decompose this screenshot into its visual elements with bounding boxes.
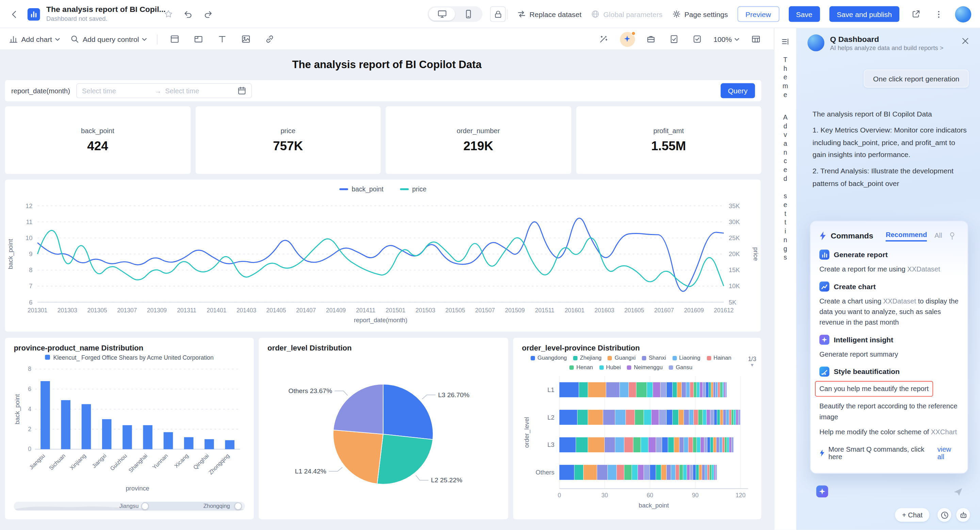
pagination-down-icon[interactable]: ▼	[750, 363, 754, 367]
undo-icon[interactable]	[181, 7, 195, 21]
add-query-control-button[interactable]: Add query control	[70, 34, 147, 44]
svg-text:201507: 201507	[475, 307, 495, 314]
history-button[interactable]	[937, 508, 951, 522]
svg-text:2: 2	[28, 426, 31, 433]
command-item[interactable]: Generate report summary	[819, 349, 959, 360]
highlighted-command[interactable]: Can you help me beautify the report	[815, 381, 933, 397]
legend-item[interactable]: Henan	[570, 364, 593, 371]
tab-all[interactable]: All	[934, 231, 942, 241]
command-item[interactable]: Create a chart using XXDataset to displa…	[819, 296, 959, 328]
chat-input[interactable]	[833, 485, 944, 498]
format-brush-button[interactable]	[597, 32, 610, 46]
pie-chart-card[interactable]: order_level Distribution L3 26.70%L2 25.…	[259, 338, 508, 519]
smart-q-button[interactable]	[816, 485, 828, 497]
legend-item-price[interactable]: price	[400, 185, 427, 193]
end-time-input[interactable]	[165, 87, 234, 94]
report-summary: The analysis report of BI Copilot Data 1…	[813, 108, 968, 190]
insert-container-button[interactable]	[168, 32, 181, 46]
query-button[interactable]: Query	[721, 83, 755, 98]
legend-item[interactable]: Hainan	[707, 354, 732, 362]
desktop-view-button[interactable]	[429, 8, 455, 21]
bar-chart[interactable]: 02468JiangsuSichuanXinjiangJiangxiGuizho…	[14, 362, 245, 498]
kpi-card-back-point[interactable]: back_point 424	[5, 106, 191, 174]
tab-recommend[interactable]: Recommend	[886, 231, 927, 241]
legend-item[interactable]: Neimenggu	[627, 364, 663, 371]
legend-item[interactable]: Liaoning	[672, 354, 700, 362]
component-library-button[interactable]	[644, 32, 658, 46]
legend-item[interactable]: Guangdong	[530, 354, 567, 362]
bar-chart-legend[interactable]: Kleencut_ Forged Office Shears by Acme U…	[14, 353, 245, 362]
kpi-value: 424	[87, 139, 108, 153]
document-check-icon	[669, 34, 679, 44]
assistant-button[interactable]	[956, 508, 970, 522]
insert-image-button[interactable]	[239, 32, 253, 46]
lock-button[interactable]	[490, 6, 506, 22]
tab-advanced-settings[interactable]: Advanced settings	[782, 113, 789, 262]
mobile-view-button[interactable]	[455, 8, 481, 21]
trend-chart-card[interactable]: back_point price 1235K1130K1025K920K815K…	[5, 179, 761, 331]
copilot-button[interactable]	[620, 32, 635, 47]
svg-text:201405: 201405	[266, 307, 286, 314]
one-click-report-button[interactable]: One click report generation	[864, 69, 969, 88]
command-item[interactable]: Create a report for me using XXDataset	[819, 264, 959, 275]
tab-theme[interactable]: Theme	[782, 56, 789, 99]
kpi-card-price[interactable]: price 757K	[195, 106, 381, 174]
add-chart-button[interactable]: Add chart	[9, 34, 60, 44]
datazoom-slider[interactable]: Jiangsu Zhongqing	[14, 502, 245, 511]
close-copilot-button[interactable]	[959, 34, 972, 47]
legend-item[interactable]: Gansu	[669, 364, 692, 371]
zoom-control[interactable]: 100%	[714, 35, 740, 43]
command-item[interactable]: Help me modify the color scheme of XXCha…	[819, 427, 959, 437]
chat-button[interactable]: + Chat	[895, 508, 930, 522]
report-inspect-button[interactable]	[667, 32, 681, 46]
back-button[interactable]	[8, 7, 21, 21]
legend-item[interactable]: Zhejiang	[573, 354, 601, 362]
collapse-panel-button[interactable]	[778, 34, 792, 48]
grid-layout-button[interactable]	[749, 32, 762, 46]
global-parameters-button[interactable]: Global parameters	[591, 10, 662, 19]
insert-tab-button[interactable]	[192, 32, 205, 46]
stacked-bar-chart[interactable]: 0306090120L1L2L3Othersback_pointorder_le…	[522, 372, 753, 512]
view-all-link[interactable]: view all	[937, 446, 959, 461]
external-link-icon	[911, 10, 920, 19]
page-settings-button[interactable]: Page settings	[672, 10, 728, 19]
legend-swatch	[707, 356, 711, 360]
redo-icon[interactable]	[201, 7, 215, 21]
share-button[interactable]	[909, 7, 923, 21]
line-chart[interactable]: 1235K1130K1025K920K815K710K65K2013012013…	[5, 197, 761, 331]
stacked-bar-chart-card[interactable]: order_level-province Distribution Guangd…	[513, 338, 761, 519]
svg-text:report_date(month): report_date(month)	[354, 316, 407, 324]
avatar[interactable]	[955, 6, 972, 22]
legend-item[interactable]: Guangxi	[608, 354, 636, 362]
copilot-subtitle[interactable]: AI helps analyze data and build reports …	[830, 45, 943, 51]
legend-item-back-point[interactable]: back_point	[339, 185, 383, 193]
more-menu-button[interactable]	[932, 7, 946, 21]
favorite-star-icon[interactable]	[161, 7, 175, 21]
validate-button[interactable]	[690, 32, 704, 46]
save-button[interactable]: Save	[788, 6, 820, 22]
insert-link-button[interactable]	[263, 32, 276, 46]
topbar: The analysis report of BI Copil... Dashb…	[0, 0, 980, 28]
monitor-icon	[437, 10, 447, 19]
svg-text:15K: 15K	[729, 267, 740, 273]
preview-button[interactable]: Preview	[737, 6, 779, 22]
kpi-card-order-number[interactable]: order_number 219K	[385, 106, 571, 174]
datazoom-start-handle[interactable]	[141, 503, 148, 510]
pin-button[interactable]	[946, 229, 959, 243]
send-button[interactable]	[951, 485, 965, 498]
kpi-card-profit-amt[interactable]: profit_amt 1.55M	[576, 106, 762, 174]
calendar-icon[interactable]	[237, 86, 247, 95]
command-item-highlighted[interactable]: Can you help me beautify the report	[819, 381, 959, 397]
save-and-publish-button[interactable]: Save and publish	[829, 6, 899, 22]
svg-text:10K: 10K	[729, 283, 740, 289]
insert-text-button[interactable]	[215, 32, 229, 46]
start-time-input[interactable]	[82, 87, 151, 94]
pie-chart[interactable]: L3 26.70%L2 25.22%L1 24.42%Others 23.67%	[267, 353, 499, 511]
svg-text:30: 30	[601, 492, 608, 499]
command-item[interactable]: Beautify the report according to the ref…	[819, 401, 959, 423]
legend-item[interactable]: Shanxi	[642, 354, 666, 362]
commands-popup: Commands Recommend All Generate report C…	[810, 221, 968, 473]
legend-item[interactable]: Hubei	[599, 364, 620, 371]
province-bar-chart-card[interactable]: province-product_name Distribution Kleen…	[5, 338, 254, 519]
replace-dataset-button[interactable]: Replace dataset	[517, 10, 581, 19]
